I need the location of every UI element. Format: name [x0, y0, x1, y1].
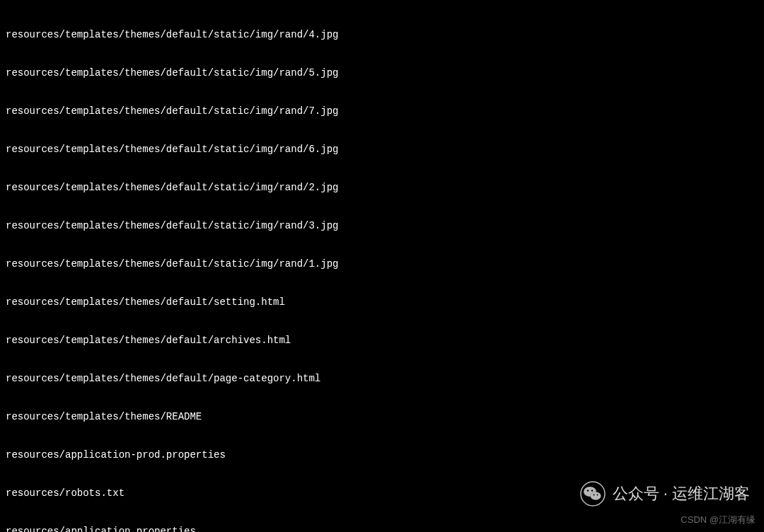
output-line: resources/application-prod.properties	[6, 449, 758, 461]
output-line: resources/templates/themes/default/stati…	[6, 66, 758, 79]
watermark-text: 公众号 · 运维江湖客	[613, 487, 750, 500]
output-line: resources/templates/themes/default/stati…	[6, 219, 758, 232]
svg-point-5	[591, 490, 592, 491]
output-line: resources/templates/themes/default/setti…	[6, 296, 758, 308]
svg-point-6	[593, 495, 594, 496]
terminal-output[interactable]: resources/templates/themes/default/stati…	[6, 3, 758, 532]
output-line: resources/templates/themes/default/stati…	[6, 28, 758, 41]
svg-point-3	[590, 492, 601, 500]
output-line: resources/templates/themes/default/stati…	[6, 105, 758, 117]
output-line: resources/templates/themes/default/stati…	[6, 181, 758, 194]
wechat-icon	[580, 481, 606, 507]
svg-point-4	[586, 490, 588, 491]
output-line: resources/templates/themes/default/stati…	[6, 143, 758, 156]
svg-point-7	[596, 495, 598, 496]
output-line: resources/templates/themes/default/archi…	[6, 334, 758, 347]
output-line: resources/templates/themes/default/page-…	[6, 372, 758, 385]
output-line: resources/application.properties	[6, 525, 758, 532]
output-line: resources/templates/themes/README	[6, 410, 758, 423]
wechat-watermark: 公众号 · 运维江湖客	[580, 481, 750, 507]
output-line: resources/templates/themes/default/stati…	[6, 258, 758, 270]
csdn-watermark: CSDN @江湖有缘	[681, 514, 756, 526]
